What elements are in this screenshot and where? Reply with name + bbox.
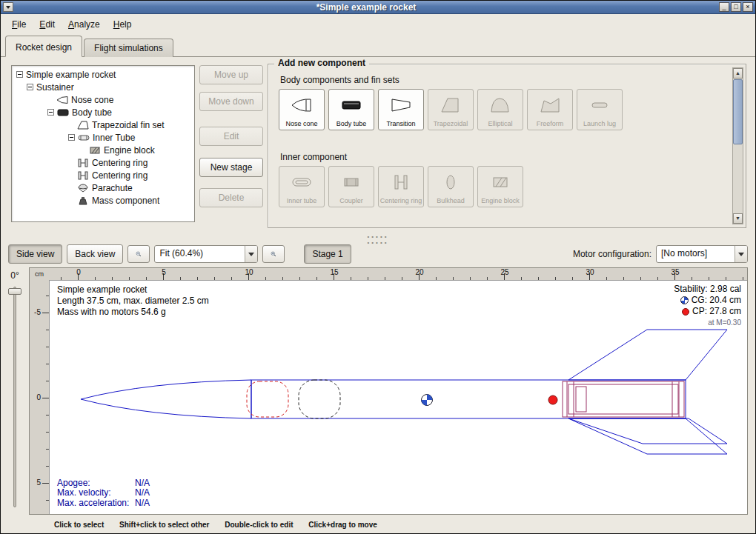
component-tree[interactable]: Simple example rocket Sustainer Nose con… [11, 65, 195, 222]
add-elliptical-fin-button[interactable]: Elliptical [477, 89, 523, 130]
add-centering-ring-button[interactable]: Centering ring [378, 166, 424, 207]
tree-item-nose-cone[interactable]: Nose cone [12, 93, 194, 106]
scroll-down-icon[interactable]: ▼ [733, 213, 743, 224]
view-toolbar: Side view Back view Fit (60.4%) Stage 1 … [1, 242, 755, 266]
new-stage-button[interactable]: New stage [199, 158, 263, 177]
add-inner-tube-button[interactable]: Inner tube [279, 166, 325, 207]
chevron-down-icon [245, 246, 257, 262]
menubar: File Edit Analyze Help [1, 15, 755, 33]
mass-component-shape[interactable] [299, 380, 340, 418]
tree-actions: Move up Move down Edit New stage Delete [199, 65, 263, 207]
engine-block-shape[interactable] [576, 387, 586, 412]
tab-rocket-design[interactable]: Rocket design [5, 36, 82, 57]
menu-item-help[interactable]: Help [107, 16, 139, 33]
collapse-icon[interactable] [47, 109, 54, 116]
mass-icon [77, 196, 89, 205]
tree-item-inner-tube[interactable]: Inner Tube [12, 131, 194, 144]
add-coupler-button[interactable]: Coupler [328, 166, 374, 207]
tree-item-centering-ring-2[interactable]: Centering ring [12, 169, 194, 181]
flight-row: Apogee:N/A [57, 478, 150, 489]
tree-item-fin-set[interactable]: Trapezoidal fin set [12, 119, 194, 131]
splitter-handle[interactable]: •••••••••• [1, 234, 755, 241]
nose-cone-icon [56, 96, 68, 104]
minimize-button[interactable]: _ [719, 2, 729, 12]
fin-lower-shape-2[interactable] [568, 418, 727, 444]
freeform-fin-icon [539, 90, 561, 120]
nose-cone-icon [291, 90, 313, 120]
zoom-out-button[interactable] [127, 245, 150, 263]
zoom-select[interactable]: Fit (60.4%) [154, 245, 258, 263]
zoom-in-icon [271, 248, 276, 260]
hint-bar: Click to select Shift+click to select ot… [54, 521, 391, 529]
add-nose-cone-button[interactable]: Nose cone [279, 89, 325, 130]
inner-tube-icon [291, 167, 313, 197]
maximize-button[interactable]: □ [731, 2, 741, 12]
rocket-view-area: 0° cm 0 5 10 15 20 25 30 35 -5 0 5 [1, 267, 755, 515]
add-bulkhead-button[interactable]: Bulkhead [428, 166, 474, 207]
body-component-buttons: Nose cone Body tube Transition [279, 89, 623, 130]
rotation-angle-label: 0° [1, 270, 29, 281]
move-down-button[interactable]: Move down [199, 92, 263, 111]
hint-text: Shift+click to select other [119, 521, 209, 529]
scrollbar-thumb[interactable] [733, 79, 743, 144]
scroll-up-icon[interactable]: ▲ [733, 68, 743, 79]
zoom-in-button[interactable] [262, 245, 285, 263]
collapse-icon[interactable] [27, 84, 33, 90]
tree-item-centering-ring-1[interactable]: Centering ring [12, 156, 194, 169]
edit-button[interactable]: Edit [199, 127, 263, 146]
body-tube-icon [340, 90, 362, 120]
add-engine-block-button[interactable]: Engine block [477, 166, 523, 207]
collapse-icon[interactable] [68, 134, 75, 141]
inner-component-buttons: Inner tube Coupler Centering ring [279, 166, 523, 207]
menu-item-file[interactable]: File [5, 16, 33, 33]
tree-item-engine-block[interactable]: Engine block [12, 144, 194, 156]
launch-lug-icon [588, 90, 611, 120]
back-view-button[interactable]: Back view [67, 244, 123, 264]
ruler-tick-label: 15 [330, 268, 338, 276]
ruler-tick-label: 10 [245, 268, 253, 276]
add-launch-lug-button[interactable]: Launch lug [577, 89, 623, 130]
add-trapezoidal-fin-button[interactable]: Trapezoidal [428, 89, 474, 130]
tree-item-body-tube[interactable]: Body tube [12, 106, 194, 119]
collapse-icon[interactable] [16, 71, 23, 78]
tree-item-rocket[interactable]: Simple example rocket [12, 68, 194, 81]
move-up-button[interactable]: Move up [199, 65, 263, 84]
nose-cone-shape[interactable] [81, 380, 251, 418]
coupler-icon [340, 167, 362, 197]
tab-flight-simulations[interactable]: Flight simulations [84, 39, 173, 57]
close-button[interactable]: × [743, 2, 753, 12]
tree-item-mass-component[interactable]: Mass component [12, 194, 194, 207]
add-freeform-fin-button[interactable]: Freeform [527, 89, 573, 130]
fin-lower-shape[interactable] [568, 418, 727, 454]
rotation-slider[interactable] [13, 287, 16, 507]
stage-1-toggle[interactable]: Stage 1 [304, 244, 351, 264]
app-icon[interactable] [3, 2, 13, 12]
component-scrollbar[interactable]: ▲ ▼ [732, 67, 743, 224]
trapezoidal-fin-icon [440, 90, 462, 120]
ruler-tick-label: 35 [671, 268, 679, 276]
fin-upper-shape[interactable] [568, 330, 727, 380]
inner-section-label: Inner component [280, 152, 347, 162]
body-tube-shape[interactable] [251, 380, 686, 418]
titlebar: *Simple example rocket _ □ × [1, 1, 755, 14]
design-canvas[interactable]: Simple example rocket Length 37.5 cm, ma… [49, 280, 747, 514]
engine-block-icon [89, 146, 101, 155]
window-title: *Simple example rocket [13, 2, 719, 13]
parachute-shape[interactable] [247, 381, 288, 417]
rotation-slider-thumb[interactable] [8, 288, 21, 295]
ruler-tick-label: 25 [500, 268, 508, 276]
tree-item-parachute[interactable]: Parachute [12, 181, 194, 194]
side-view-button[interactable]: Side view [8, 244, 62, 264]
menu-item-analyze[interactable]: Analyze [62, 16, 107, 33]
add-transition-button[interactable]: Transition [378, 89, 424, 130]
fin-icon [77, 121, 89, 130]
cg-icon [680, 296, 689, 304]
menu-item-edit[interactable]: Edit [33, 16, 62, 33]
flight-row: Max. acceleration:N/A [57, 498, 150, 509]
add-body-tube-button[interactable]: Body tube [328, 89, 374, 130]
delete-button[interactable]: Delete [199, 188, 263, 207]
rocket-info: Simple example rocket Length 37.5 cm, ma… [57, 284, 209, 318]
tree-item-sustainer[interactable]: Sustainer [12, 81, 194, 93]
ruler-tick-label: 5 [36, 478, 41, 487]
motor-config-select[interactable]: [No motors] [656, 245, 748, 263]
